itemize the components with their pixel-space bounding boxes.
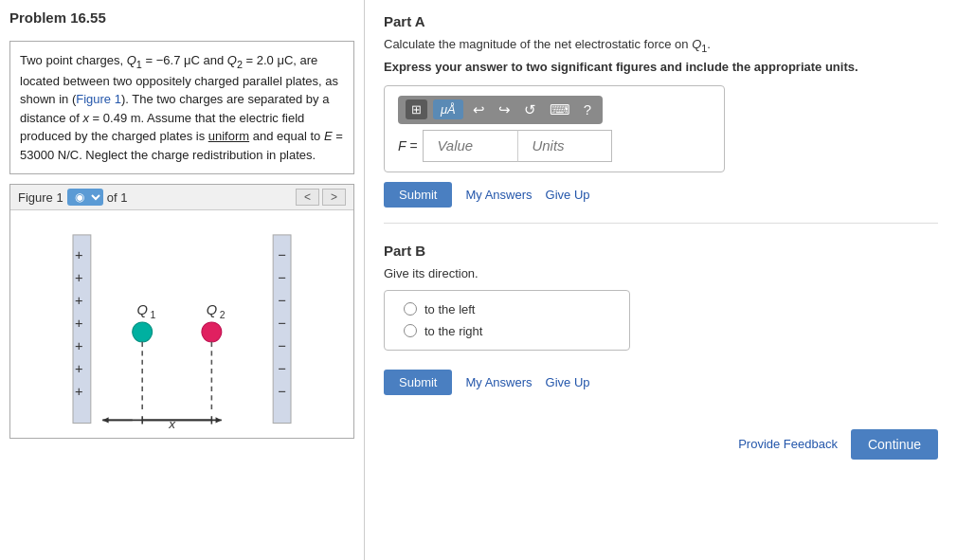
- svg-text:+: +: [75, 316, 83, 332]
- svg-text:1: 1: [151, 310, 156, 320]
- grid-icon: ⊞: [411, 102, 422, 117]
- input-row: F =: [398, 130, 711, 162]
- part-b-give-up-btn[interactable]: Give Up: [546, 375, 590, 389]
- part-a-submit-btn[interactable]: Submit: [384, 182, 452, 208]
- svg-text:Q: Q: [207, 302, 217, 317]
- right-panel: Part A Calculate the magnitude of the ne…: [365, 0, 957, 560]
- svg-text:−: −: [278, 247, 286, 262]
- provide-feedback-btn[interactable]: Provide Feedback: [738, 437, 838, 451]
- svg-point-18: [133, 322, 153, 342]
- svg-text:−: −: [278, 362, 286, 377]
- redo-icon[interactable]: ↪: [495, 99, 515, 120]
- part-a-instruction: Express your answer to two significant f…: [384, 60, 938, 74]
- part-a-title: Part A: [384, 13, 938, 29]
- part-a-give-up-btn[interactable]: Give Up: [546, 188, 590, 202]
- footer-row: Provide Feedback Continue: [384, 429, 938, 460]
- radio-left[interactable]: [404, 302, 417, 316]
- part-b-my-answers-btn[interactable]: My Answers: [465, 375, 532, 389]
- svg-text:2: 2: [220, 310, 226, 320]
- figure-content: + + + + + + + − − − − − − − Q 1: [10, 210, 353, 438]
- option-right-label: to the right: [424, 324, 482, 338]
- svg-marker-27: [216, 418, 222, 424]
- part-a-answer-box: ⊞ μÅ ↩ ↪ ↺ ⌨ ? F =: [384, 85, 725, 172]
- value-input[interactable]: [423, 130, 517, 162]
- part-a-submit-row: Submit My Answers Give Up: [384, 182, 938, 208]
- svg-text:−: −: [278, 316, 286, 332]
- svg-text:−: −: [278, 385, 286, 400]
- radio-right[interactable]: [404, 324, 417, 337]
- figure-of-label: of 1: [107, 190, 128, 205]
- svg-text:−: −: [278, 270, 286, 285]
- part-b-section: Part B Give its direction. to the left t…: [384, 243, 938, 410]
- svg-text:Q: Q: [136, 302, 147, 317]
- figure-prev-btn[interactable]: <: [296, 189, 319, 206]
- undo-icon[interactable]: ↩: [469, 99, 489, 120]
- left-panel: Problem 16.55 Two point charges, Q1 = −6…: [0, 0, 365, 560]
- part-a-my-answers-btn[interactable]: My Answers: [465, 188, 532, 202]
- figure1-link[interactable]: Figure 1: [76, 92, 121, 106]
- keyboard-icon[interactable]: ⌨: [546, 99, 574, 120]
- part-b-question: Give its direction.: [384, 266, 938, 280]
- svg-text:x: x: [168, 417, 176, 431]
- figure-header: Figure 1 ◉ of 1 < >: [10, 185, 353, 210]
- option-left-label: to the left: [424, 302, 475, 316]
- figure-nav: < >: [296, 189, 346, 206]
- radio-right-row: to the right: [404, 324, 610, 338]
- part-b-submit-btn[interactable]: Submit: [384, 370, 452, 395]
- refresh-icon[interactable]: ↺: [520, 99, 540, 120]
- figure-select[interactable]: ◉: [67, 189, 103, 206]
- radio-left-row: to the left: [404, 302, 610, 316]
- part-a-section: Part A Calculate the magnitude of the ne…: [384, 13, 938, 224]
- svg-text:+: +: [75, 385, 83, 400]
- svg-text:+: +: [75, 339, 83, 354]
- svg-text:+: +: [75, 362, 83, 377]
- svg-text:+: +: [75, 293, 83, 308]
- part-b-title: Part B: [384, 243, 938, 259]
- svg-text:+: +: [75, 270, 83, 285]
- help-icon[interactable]: ?: [580, 99, 595, 119]
- continue-btn[interactable]: Continue: [851, 429, 938, 460]
- direction-box: to the left to the right: [384, 290, 630, 351]
- grid-btn[interactable]: ⊞: [406, 99, 427, 119]
- svg-point-22: [202, 322, 222, 342]
- mu-btn[interactable]: μÅ: [433, 99, 463, 119]
- f-label: F =: [398, 138, 417, 154]
- svg-text:−: −: [278, 293, 286, 308]
- figure-label: Figure 1: [18, 190, 63, 205]
- problem-title: Problem 16.55: [9, 9, 354, 26]
- part-a-toolbar: ⊞ μÅ ↩ ↪ ↺ ⌨ ?: [398, 96, 603, 124]
- problem-text: Two point charges, Q1 = −6.7 μC and Q2 =…: [9, 41, 354, 174]
- part-b-submit-row: Submit My Answers Give Up: [384, 370, 938, 395]
- units-input[interactable]: [517, 130, 612, 162]
- part-a-question: Calculate the magnitude of the net elect…: [384, 37, 938, 54]
- svg-text:+: +: [75, 247, 83, 262]
- svg-text:−: −: [278, 339, 286, 354]
- figure-next-btn[interactable]: >: [322, 189, 346, 206]
- figure-container: Figure 1 ◉ of 1 < > + + + + + + +: [9, 184, 354, 439]
- figure-svg: + + + + + + + − − − − − − − Q 1: [40, 215, 324, 433]
